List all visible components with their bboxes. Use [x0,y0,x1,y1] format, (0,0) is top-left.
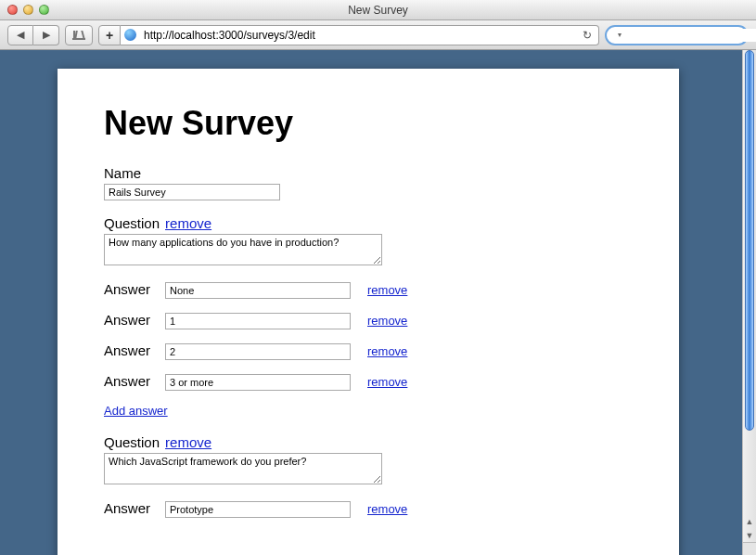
answer-input[interactable] [165,313,351,329]
survey-name-input[interactable] [104,184,280,200]
window-titlebar: New Survey [0,0,756,20]
page-card: New Survey Name Question remove How many… [58,69,679,555]
answer-label: Answer [104,373,156,389]
scroll-up-button[interactable]: ▲ [743,514,756,528]
page-title: New Survey [104,104,633,143]
answer-input[interactable] [165,374,351,391]
bookmarks-icon [71,30,86,41]
question-text-input[interactable]: How many applications do you have in pro… [104,234,382,265]
question-text-input[interactable]: Which JavaScript framework do you prefer… [104,453,382,484]
answer-input[interactable] [165,343,351,360]
scroll-down-button[interactable]: ▼ [743,528,756,542]
question-block: Question remove How many applications do… [104,215,633,268]
scrollbar-track[interactable] [743,50,756,514]
search-bar[interactable]: ▾ [605,25,749,45]
survey-name-field: Name [104,165,633,200]
browser-viewport: New Survey Name Question remove How many… [0,50,756,555]
question-label: Question [104,215,160,231]
answer-label: Answer [104,281,156,297]
answer-input[interactable] [165,501,351,518]
url-bar[interactable]: ↻ [121,25,599,45]
answer-row: Answer remove [104,342,633,360]
answer-input[interactable] [165,282,351,299]
add-answer-link[interactable]: Add answer [104,404,168,418]
answer-remove-link[interactable]: remove [367,502,407,516]
answer-remove-link[interactable]: remove [367,283,407,297]
search-engine-chevron-icon: ▾ [618,31,621,39]
answer-row: Answer remove [104,373,633,391]
survey-name-label: Name [104,165,141,181]
browser-toolbar: ◀ ▶ + ↻ ▾ [0,20,756,50]
question-label: Question [104,434,160,450]
answer-row: Answer remove [104,281,633,299]
search-input[interactable] [625,29,756,42]
scrollbar-thumb[interactable] [745,50,754,431]
vertical-scrollbar[interactable]: ▲ ▼ [742,50,756,542]
question-block: Question remove Which JavaScript framewo… [104,434,633,487]
answer-remove-link[interactable]: remove [367,344,407,358]
answer-remove-link[interactable]: remove [367,314,407,328]
svg-rect-0 [72,38,85,40]
question-remove-link[interactable]: remove [165,215,211,231]
url-input[interactable] [142,28,574,43]
nav-buttons: ◀ ▶ [7,25,59,45]
resize-corner[interactable] [742,542,756,555]
plus-icon: + [106,28,113,43]
answer-label: Answer [104,342,156,358]
svg-rect-3 [81,31,84,38]
answer-label: Answer [104,500,156,516]
reload-button[interactable]: ↻ [580,29,595,42]
forward-button[interactable]: ▶ [33,25,59,45]
window-title: New Survey [0,4,756,17]
answer-remove-link[interactable]: remove [367,375,407,389]
add-bookmark-button[interactable]: + [98,25,121,45]
forward-icon: ▶ [43,29,50,41]
answer-row: Answer remove [104,312,633,329]
answer-row: Answer remove [104,500,633,518]
question-remove-link[interactable]: remove [165,434,211,450]
site-favicon-icon [124,29,136,41]
bookmarks-button[interactable] [65,25,93,45]
back-icon: ◀ [17,29,24,41]
answer-label: Answer [104,312,156,328]
back-button[interactable]: ◀ [7,25,33,45]
